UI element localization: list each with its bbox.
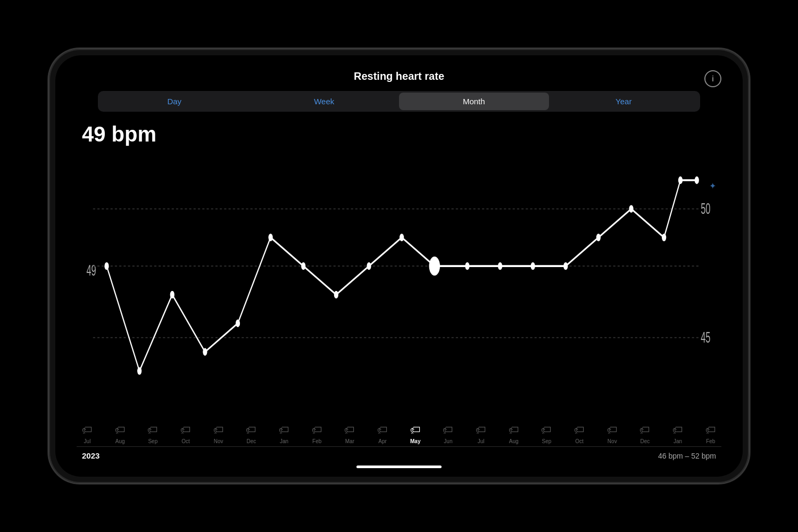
tag-icon-aug-2024: 🏷: [509, 424, 519, 436]
page-title: Resting heart rate: [354, 70, 444, 82]
tag-icon-sep: 🏷: [147, 424, 158, 436]
svg-point-11: [269, 234, 273, 241]
timeline-feb-2024[interactable]: 🏷 Feb: [312, 424, 322, 444]
timeline-oct-2023[interactable]: 🏷 Oct: [180, 424, 191, 444]
timeline-feb-2025[interactable]: 🏷 Feb: [705, 424, 716, 444]
info-button[interactable]: i: [704, 70, 721, 87]
label-feb-2024: Feb: [312, 438, 321, 444]
header: Resting heart rate i: [55, 55, 743, 91]
tag-icon-feb-2025: 🏷: [705, 424, 716, 436]
label-dec-2024: Dec: [641, 438, 650, 444]
svg-point-12: [301, 262, 305, 270]
svg-text:49: 49: [86, 262, 96, 279]
timeline-jan-2025[interactable]: 🏷 Jan: [672, 424, 683, 444]
timeline-jun-2024[interactable]: 🏷 Jun: [443, 424, 453, 444]
svg-point-23: [662, 234, 666, 241]
timeline-oct-2024[interactable]: 🏷 Oct: [574, 424, 585, 444]
tab-week[interactable]: Week: [250, 93, 400, 110]
label-sep: Sep: [148, 438, 157, 444]
svg-point-19: [531, 262, 535, 270]
svg-point-17: [465, 262, 469, 270]
label-jun: Jun: [444, 438, 452, 444]
tag-icon-jan-2025: 🏷: [672, 424, 683, 436]
timeline-jul-2023[interactable]: 🏷 Jul: [82, 424, 93, 444]
svg-point-16: [429, 256, 440, 276]
svg-point-18: [498, 262, 502, 270]
timeline-apr-2024[interactable]: 🏷 Apr: [377, 424, 388, 444]
tag-icon-dec-2023: 🏷: [246, 424, 256, 436]
tab-month[interactable]: Month: [399, 93, 549, 110]
svg-point-10: [236, 320, 240, 327]
tag-icon-jul: 🏷: [82, 424, 93, 436]
svg-text:45: 45: [701, 329, 710, 346]
tag-icon-nov-2024: 🏷: [607, 424, 618, 436]
chart-container[interactable]: 50 45 49: [77, 152, 721, 419]
tag-icon-oct-2024: 🏷: [574, 424, 585, 436]
chart-svg: 50 45 49: [77, 152, 721, 419]
timeline-dec-2024[interactable]: 🏷 Dec: [639, 424, 650, 444]
home-indicator-area: [55, 460, 743, 477]
timeline-nov-2023[interactable]: 🏷 Nov: [213, 424, 224, 444]
timeline-nov-2024[interactable]: 🏷 Nov: [607, 424, 618, 444]
tab-day[interactable]: Day: [99, 93, 250, 110]
label-sep-2024: Sep: [542, 438, 552, 444]
timeline-sep-2023[interactable]: 🏷 Sep: [147, 424, 158, 444]
tag-icon-may: 🏷: [410, 424, 421, 436]
footer-range: 46 bpm – 52 bpm: [658, 452, 716, 460]
timeline-jan-2024[interactable]: 🏷 Jan: [279, 424, 289, 444]
phone-frame: Resting heart rate i Day Week Month Year…: [48, 48, 750, 484]
timeline-may-2024[interactable]: 🏷 May: [410, 424, 421, 444]
label-apr: Apr: [378, 438, 387, 444]
svg-point-14: [367, 262, 371, 270]
label-jan-2024: Jan: [280, 438, 288, 444]
tag-icon-sep-2024: 🏷: [541, 424, 552, 436]
svg-point-13: [334, 291, 338, 298]
svg-point-8: [170, 291, 174, 298]
phone-screen: Resting heart rate i Day Week Month Year…: [55, 55, 743, 477]
svg-point-24: [678, 177, 683, 184]
tag-icon-nov-2023: 🏷: [213, 424, 224, 436]
timeline-sep-2024[interactable]: 🏷 Sep: [541, 424, 552, 444]
label-oct-2024: Oct: [575, 438, 584, 444]
label-nov-2023: Nov: [214, 438, 223, 444]
home-indicator-bar[interactable]: [356, 466, 442, 468]
label-aug: Aug: [115, 438, 125, 444]
svg-point-25: [695, 177, 699, 184]
tag-icon-mar: 🏷: [344, 424, 355, 436]
tag-icon-feb-2024: 🏷: [312, 424, 322, 436]
label-feb-2025: Feb: [706, 438, 715, 444]
tag-icon-jan-2024: 🏷: [279, 424, 289, 436]
svg-point-9: [203, 348, 207, 355]
side-button[interactable]: [749, 166, 750, 209]
timeline-dec-2023[interactable]: 🏷 Dec: [246, 424, 256, 444]
footer-year: 2023: [82, 451, 99, 460]
label-mar: Mar: [345, 438, 354, 444]
label-may: May: [410, 438, 420, 444]
tag-icon-aug: 🏷: [115, 424, 126, 436]
svg-point-7: [137, 367, 142, 375]
timeline-aug-2024[interactable]: 🏷 Aug: [509, 424, 519, 444]
svg-point-22: [629, 205, 633, 212]
content-area: ✦ 49 bpm 50 45 49: [55, 112, 743, 460]
tag-icon-apr: 🏷: [377, 424, 388, 436]
timeline-jul-2024[interactable]: 🏷 Jul: [476, 424, 486, 444]
svg-point-15: [400, 234, 404, 241]
label-dec-2023: Dec: [246, 438, 256, 444]
label-jul: Jul: [84, 438, 91, 444]
label-aug-2024: Aug: [509, 438, 519, 444]
bpm-display: 49 bpm: [82, 122, 721, 146]
timeline-aug-2023[interactable]: 🏷 Aug: [115, 424, 126, 444]
footer: 2023 46 bpm – 52 bpm: [77, 446, 721, 460]
label-oct-2023: Oct: [181, 438, 190, 444]
svg-point-6: [104, 262, 109, 270]
tag-icon-jul-2024: 🏷: [476, 424, 486, 436]
label-jan-2025: Jan: [674, 438, 682, 444]
timeline-mar-2024[interactable]: 🏷 Mar: [344, 424, 355, 444]
svg-point-21: [596, 234, 601, 241]
svg-text:50: 50: [701, 200, 710, 217]
tag-icon-dec-2024: 🏷: [639, 424, 650, 436]
label-jul-2024: Jul: [478, 438, 485, 444]
label-nov-2024: Nov: [608, 438, 617, 444]
tab-year[interactable]: Year: [549, 93, 699, 110]
svg-point-20: [563, 262, 568, 270]
